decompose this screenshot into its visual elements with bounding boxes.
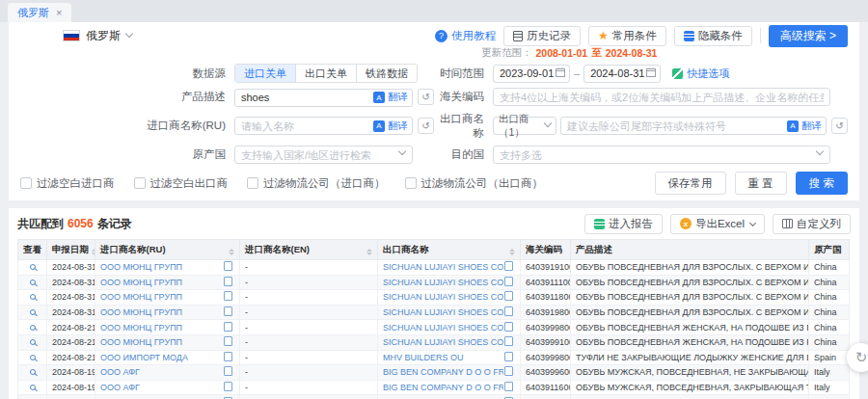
input-history-icon[interactable]: ↺ [418,89,434,105]
exporter-link[interactable]: SICHUAN LUJIAYI SHOES CO LTD [383,262,503,272]
importer-ru-link[interactable]: ООО ИМПОРТ МОДА [100,353,188,362]
exporter-link[interactable]: BIG BEN COMPANY D O O FROM BEST T [383,367,503,377]
view-cell[interactable] [18,290,47,306]
search-icon[interactable] [30,309,36,315]
copy-icon[interactable] [226,338,232,346]
checkbox-icon[interactable] [20,177,32,189]
importer-ru-link[interactable]: ООО МЮНЦ ГРУПП [100,307,182,317]
search-icon[interactable] [30,369,36,375]
date-to-field[interactable] [583,64,661,83]
tab-rail-data[interactable]: 铁路数据 [357,65,417,82]
copy-icon[interactable] [226,263,232,271]
copy-icon[interactable] [226,293,232,301]
exporter-link[interactable]: BIG BEN COMPANY D O O FROM BEST T [383,383,503,392]
translate-button[interactable]: 翻译 [373,120,408,133]
close-icon[interactable]: × [56,8,62,18]
exporter-link[interactable]: SICHUAN LUJIAYI SHOES CO LTD [383,278,503,287]
copy-icon[interactable] [506,308,513,316]
copy-icon[interactable] [506,338,513,346]
tutorial-link[interactable]: 使用教程 [435,29,496,43]
importer-ru-link[interactable]: ООО МЮНЦ ГРУПП [100,323,182,332]
copy-icon[interactable] [506,279,513,286]
col-importer-en[interactable]: 进口商名称(EN) [240,240,378,260]
importer-ru-link[interactable]: ООО АФГ [100,367,140,377]
checkbox-icon[interactable] [247,177,258,189]
filter-blank-importer[interactable]: 过滤空白进口商 [20,176,115,191]
sort-icon[interactable] [92,249,95,256]
copy-icon[interactable] [226,354,232,361]
col-exporter[interactable]: 出口商名称 [378,240,521,260]
sort-icon[interactable] [366,249,372,256]
view-cell[interactable] [18,395,47,399]
floating-service-button[interactable]: ↻ [847,343,868,372]
col-date[interactable]: 申报日期 [47,240,95,260]
customize-columns-button[interactable]: 自定义列 [773,214,851,234]
view-cell[interactable] [18,260,47,276]
advanced-search-button[interactable]: 高级搜索 > [769,25,848,47]
importer-ru-link[interactable]: ООО МЮНЦ ГРУПП [100,262,182,272]
copy-icon[interactable] [506,384,513,391]
checkbox-icon[interactable] [134,177,146,189]
col-importer-ru[interactable]: 进口商名称(RU) [95,240,240,260]
enter-report-button[interactable]: 进入报告 [584,214,663,234]
filter-blank-exporter[interactable]: 过滤空白出口商 [134,176,229,191]
filter-logistics-importer[interactable]: 过滤物流公司（进口商） [247,176,386,191]
search-icon[interactable] [30,325,36,331]
save-conditions-button[interactable]: 保存常用 [655,172,726,195]
copy-icon[interactable] [506,354,513,361]
exporter-type-select[interactable]: 出口商（1） [493,117,556,135]
origin-country-select[interactable] [234,146,413,164]
importer-ru-link[interactable]: ООО МЮНЦ ГРУПП [100,292,182,302]
search-icon[interactable] [30,294,36,300]
copy-icon[interactable] [506,293,513,301]
importer-ru-link[interactable]: ООО АФГ [100,383,140,392]
view-cell[interactable] [18,365,47,381]
export-excel-button[interactable]: 导出Excel [670,214,765,234]
search-icon[interactable] [30,339,36,345]
view-cell[interactable] [18,320,47,335]
checkbox-icon[interactable] [405,177,417,189]
tab-import-declarations[interactable]: 进口关单 [235,65,296,82]
view-cell[interactable] [18,380,47,395]
country-selector[interactable]: 俄罗斯 [63,28,132,44]
search-button[interactable]: 搜 索 [796,172,848,195]
search-icon[interactable] [30,264,36,270]
copy-icon[interactable] [226,368,232,376]
hs-code-input[interactable] [493,88,830,106]
view-cell[interactable] [18,334,47,350]
dest-country-select[interactable] [493,146,830,164]
input-history-icon[interactable]: ↺ [831,118,848,134]
importer-ru-link[interactable]: ООО МЮНЦ ГРУПП [100,278,182,287]
hide-conditions-button[interactable]: 隐藏条件 [674,26,752,46]
filter-logistics-exporter[interactable]: 过滤物流公司（出口商） [405,176,544,191]
view-cell[interactable] [18,275,47,290]
copy-icon[interactable] [226,279,232,286]
view-cell[interactable] [18,350,47,365]
copy-icon[interactable] [226,384,232,391]
tab-export-declarations[interactable]: 出口关单 [296,65,357,82]
view-cell[interactable] [18,305,47,320]
quick-options-link[interactable]: 快捷选项 [672,66,729,81]
search-icon[interactable] [30,355,36,360]
exporter-link[interactable]: SICHUAN LUJIAYI SHOES CO LTD [383,337,503,347]
history-button[interactable]: 历史记录 [503,26,581,46]
translate-button[interactable]: 翻译 [787,120,822,133]
search-icon[interactable] [30,279,36,285]
copy-icon[interactable] [506,368,513,376]
exporter-link[interactable]: SICHUAN LUJIAYI SHOES CO LTD [383,307,503,317]
favorites-button[interactable]: ★ 常用条件 [588,26,666,46]
importer-ru-link[interactable]: ООО МЮНЦ ГРУПП [100,337,182,347]
search-icon[interactable] [30,385,36,390]
exporter-link[interactable]: SICHUAN LUJIAYI SHOES CO LTD [383,323,503,332]
date-from-field[interactable] [493,64,570,83]
exporter-link[interactable]: MHV BUILDERS OU [383,353,464,362]
tab-russia[interactable]: 俄罗斯 × [8,3,71,22]
input-history-icon[interactable]: ↺ [418,118,434,134]
copy-icon[interactable] [506,263,513,271]
sort-icon[interactable] [229,249,234,256]
reset-button[interactable]: 重 置 [735,172,787,195]
translate-button[interactable]: 翻译 [373,91,408,104]
copy-icon[interactable] [506,324,513,332]
copy-icon[interactable] [226,308,232,316]
exporter-link[interactable]: SICHUAN LUJIAYI SHOES CO LTD [383,292,503,302]
